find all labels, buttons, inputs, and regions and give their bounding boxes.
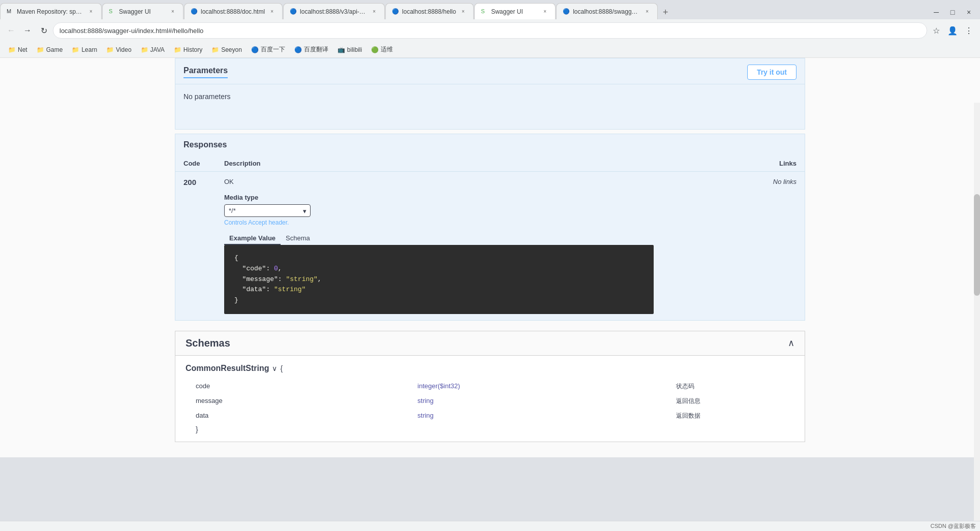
back-button[interactable]: ← xyxy=(4,23,18,38)
bookmark-bilibili-label: bilibili xyxy=(347,46,362,53)
tab-close-hello[interactable]: × xyxy=(459,8,467,16)
tab-title-doc: localhost:8888/doc.html xyxy=(201,8,265,15)
profile-button[interactable]: 👤 xyxy=(945,23,960,38)
bookmark-shiwei-icon: 🟢 xyxy=(371,46,379,53)
example-schema-tabs: Example Value Schema xyxy=(224,232,654,245)
parameters-section: Parameters Try it out No parameters xyxy=(175,58,805,130)
schema-close-brace: } xyxy=(196,425,794,433)
tab-title-swagger-active: Swagger UI xyxy=(491,8,538,15)
schema-tab[interactable]: Schema xyxy=(281,232,315,245)
address-text: localhost:8888/swagger-ui/index.html#/he… xyxy=(59,27,203,35)
tab-close-swaggerui[interactable]: × xyxy=(643,8,651,16)
field-name-data: data xyxy=(196,409,417,423)
bookmark-history[interactable]: 📁 History xyxy=(170,45,206,54)
bookmark-shiwei[interactable]: 🟢 适维 xyxy=(367,44,397,55)
col-description: Description xyxy=(216,155,662,172)
tab-localhost-swaggerui[interactable]: 🔵 localhost:8888/swagger-ui... × xyxy=(556,3,658,19)
tab-title-swaggerui: localhost:8888/swagger-ui... xyxy=(573,8,640,15)
tab-close-swagger1[interactable]: × xyxy=(169,8,177,16)
maximize-button[interactable]: □ xyxy=(945,5,960,19)
new-tab-button[interactable]: + xyxy=(658,5,672,19)
minimize-button[interactable]: ─ xyxy=(929,5,943,19)
tab-title-swagger1: Swagger UI xyxy=(119,8,166,15)
close-button[interactable]: × xyxy=(962,5,976,19)
bookmark-bilibili[interactable]: 📺 bilibili xyxy=(333,45,366,54)
parameters-header: Parameters Try it out xyxy=(175,58,805,84)
tab-close-doc[interactable]: × xyxy=(268,8,276,16)
bookmark-baidu-translate[interactable]: 🔵 百度翻译 xyxy=(290,44,332,55)
col-code: Code xyxy=(175,155,216,172)
tab-title-hello: localhost:8888/hello xyxy=(402,8,456,15)
tab-favicon-swagger-active: S xyxy=(481,8,488,15)
bookmark-baidu-translate-label: 百度翻译 xyxy=(304,45,328,54)
reload-button[interactable]: ↻ xyxy=(37,23,51,38)
bookmark-java-label: JAVA xyxy=(150,46,165,53)
tab-favicon-api: 🔵 xyxy=(290,8,297,15)
page-content[interactable]: Parameters Try it out No parameters Resp… xyxy=(0,58,980,457)
tab-close-api[interactable]: × xyxy=(370,8,378,16)
page-wrapper: Parameters Try it out No parameters Resp… xyxy=(0,58,980,521)
code-key-message: "message": xyxy=(234,275,286,283)
tab-swagger-active[interactable]: S Swagger UI × xyxy=(474,3,556,19)
bookmark-java[interactable]: 📁 JAVA xyxy=(137,45,169,54)
tab-close-swagger-active[interactable]: × xyxy=(541,8,549,16)
schema-fields-table: code integer($int32) 状态码 xyxy=(196,379,794,423)
scrollbar-thumb[interactable] xyxy=(974,194,980,296)
code-val-data: "string" xyxy=(274,286,305,293)
address-bar[interactable]: localhost:8888/swagger-ui/index.html#/he… xyxy=(53,22,927,39)
field-name-code: code xyxy=(196,379,417,394)
field-desc-code: 状态码 xyxy=(676,379,794,394)
forward-button[interactable]: → xyxy=(20,23,35,38)
code-val-code: 0 xyxy=(274,265,278,272)
schema-model-container: CommonResultString ∨ { code integer($in xyxy=(186,364,794,433)
media-type-select[interactable]: */* xyxy=(224,204,311,217)
try-it-out-button[interactable]: Try it out xyxy=(747,65,797,80)
code-brace-close: } xyxy=(234,296,238,304)
bookmark-history-icon: 📁 xyxy=(174,46,181,53)
bookmarks-bar: 📁 Net 📁 Game 📁 Learn 📁 Video 📁 JAVA 📁 Hi… xyxy=(0,42,980,58)
menu-button[interactable]: ⋮ xyxy=(962,23,976,38)
schema-model-open-brace: { xyxy=(280,364,283,372)
schema-field-code: code integer($int32) 状态码 xyxy=(196,379,794,394)
bookmark-video[interactable]: 📁 Video xyxy=(102,45,135,54)
schemas-title: Schemas xyxy=(186,337,230,349)
tab-swagger1[interactable]: S Swagger UI × xyxy=(102,3,183,19)
toolbar-right: ☆ 👤 ⋮ xyxy=(929,23,976,38)
code-key-code: "code": xyxy=(234,265,274,272)
field-desc-data: 返回数据 xyxy=(676,409,794,423)
response-ok-text: OK xyxy=(224,178,654,185)
schemas-collapse-icon[interactable]: ∧ xyxy=(788,337,794,349)
bookmark-game[interactable]: 📁 Game xyxy=(33,45,67,54)
tab-localhost-api[interactable]: 🔵 localhost:8888/v3/api-docs × xyxy=(283,3,385,19)
browser-toolbar: ← → ↻ localhost:8888/swagger-ui/index.ht… xyxy=(0,19,980,42)
schemas-header[interactable]: Schemas ∧ xyxy=(175,331,805,356)
bookmark-shiwei-label: 适维 xyxy=(381,45,393,54)
bookmark-baidu1[interactable]: 🔵 百度一下 xyxy=(247,44,289,55)
vertical-scrollbar[interactable] xyxy=(974,103,980,521)
example-value-tab[interactable]: Example Value xyxy=(224,232,281,245)
response-description-cell: OK Media type */* Controls Accept header… xyxy=(216,172,662,320)
bookmark-seeyon-icon: 📁 xyxy=(211,46,219,53)
parameters-title: Parameters xyxy=(183,66,228,78)
bookmark-learn[interactable]: 📁 Learn xyxy=(68,45,101,54)
controls-accept-text: Controls Accept header. xyxy=(224,219,654,226)
code-key-data: "data": xyxy=(234,286,274,293)
bookmark-button[interactable]: ☆ xyxy=(929,23,943,38)
field-desc-message: 返回信息 xyxy=(676,394,794,409)
code-val-message: "string" xyxy=(286,275,317,283)
tab-localhost-hello[interactable]: 🔵 localhost:8888/hello × xyxy=(385,3,474,19)
tab-maven[interactable]: M Maven Repository: springdo... × xyxy=(0,3,102,19)
responses-table: Code Description Links 200 OK Media type xyxy=(175,155,805,320)
bookmark-seeyon[interactable]: 📁 Seeyon xyxy=(207,45,246,54)
bookmark-net[interactable]: 📁 Net xyxy=(4,45,32,54)
tab-localhost-doc[interactable]: 🔵 localhost:8888/doc.html × xyxy=(184,3,283,19)
tab-close-maven[interactable]: × xyxy=(87,8,95,16)
bookmark-baidu-translate-icon: 🔵 xyxy=(294,46,302,53)
tab-title-api: localhost:8888/v3/api-docs xyxy=(300,8,367,15)
field-type-message: string xyxy=(417,394,676,409)
field-name-message: message xyxy=(196,394,417,409)
code-brace-open: { xyxy=(234,254,238,262)
schema-model-toggle[interactable]: ∨ xyxy=(272,364,277,372)
no-parameters-text: No parameters xyxy=(175,84,805,109)
field-type-code: integer($int32) xyxy=(417,379,676,394)
